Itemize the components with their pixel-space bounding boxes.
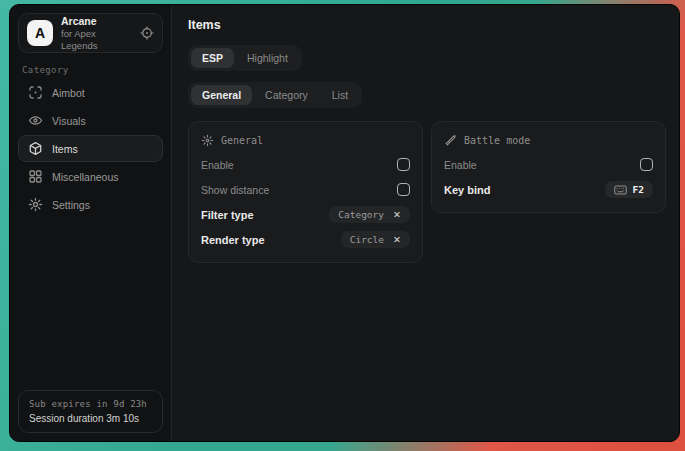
panel-title: General bbox=[221, 135, 263, 146]
setting-row-enable: Enable bbox=[201, 153, 410, 176]
keyboard-icon bbox=[614, 185, 627, 195]
select-value: Circle bbox=[350, 234, 384, 245]
render-type-select[interactable]: Circle ✕ bbox=[341, 231, 410, 248]
panels-row: General Enable Show distance Filter type… bbox=[188, 121, 666, 263]
tab-list[interactable]: List bbox=[321, 85, 359, 105]
main-content: Items ESP Highlight General Category Lis… bbox=[172, 5, 680, 441]
setting-row-key-bind: Key bind F2 bbox=[444, 178, 653, 201]
setting-label: Enable bbox=[444, 159, 477, 171]
target-icon[interactable] bbox=[140, 26, 154, 40]
setting-row-enable: Enable bbox=[444, 153, 653, 176]
setting-label: Filter type bbox=[201, 209, 254, 221]
app-meta: Arcane for Apex Legends bbox=[61, 15, 132, 52]
eye-icon bbox=[28, 113, 43, 128]
tab-category[interactable]: Category bbox=[254, 85, 319, 105]
tab-general[interactable]: General bbox=[191, 85, 252, 105]
sidebar-item-label: Miscellaneous bbox=[52, 171, 119, 183]
setting-row-show-distance: Show distance bbox=[201, 178, 410, 201]
battle-mode-panel: Battle mode Enable Key bind bbox=[431, 121, 666, 213]
key-bind-value: F2 bbox=[633, 184, 644, 195]
setting-label: Show distance bbox=[201, 184, 269, 196]
setting-label: Render type bbox=[201, 234, 265, 246]
sidebar-item-label: Visuals bbox=[52, 115, 86, 127]
sword-icon bbox=[444, 134, 457, 147]
gear-icon bbox=[28, 197, 43, 212]
setting-row-filter-type: Filter type Category ✕ bbox=[201, 203, 410, 226]
show-distance-checkbox[interactable] bbox=[397, 183, 410, 196]
sidebar-item-items[interactable]: Items bbox=[18, 135, 163, 162]
tab-esp[interactable]: ESP bbox=[191, 48, 234, 68]
sidebar-item-settings[interactable]: Settings bbox=[18, 191, 163, 218]
sidebar: A Arcane for Apex Legends Category bbox=[10, 5, 172, 441]
page-title: Items bbox=[188, 18, 666, 32]
app-title: Arcane bbox=[61, 15, 132, 28]
clear-icon[interactable]: ✕ bbox=[393, 234, 401, 245]
sidebar-item-aimbot[interactable]: Aimbot bbox=[18, 79, 163, 106]
cube-icon bbox=[28, 141, 43, 156]
sidebar-item-label: Aimbot bbox=[52, 87, 85, 99]
setting-label: Enable bbox=[201, 159, 234, 171]
app-subtitle: for Apex Legends bbox=[61, 28, 132, 52]
sidebar-section-label: Category bbox=[22, 65, 159, 75]
mode-tabs: ESP Highlight bbox=[188, 45, 302, 71]
session-duration-text: Session duration 3m 10s bbox=[29, 413, 152, 424]
sidebar-spacer bbox=[18, 218, 163, 390]
app-logo: A bbox=[27, 20, 53, 46]
tab-highlight[interactable]: Highlight bbox=[236, 48, 299, 68]
grid-icon bbox=[28, 169, 43, 184]
filter-type-select[interactable]: Category ✕ bbox=[329, 206, 410, 223]
sidebar-item-visuals[interactable]: Visuals bbox=[18, 107, 163, 134]
subscription-card: Sub expires in 9d 23h Session duration 3… bbox=[18, 390, 163, 433]
sidebar-item-miscellaneous[interactable]: Miscellaneous bbox=[18, 163, 163, 190]
sub-expires-text: Sub expires in 9d 23h bbox=[29, 399, 152, 409]
setting-label: Key bind bbox=[444, 184, 490, 196]
general-panel-header: General bbox=[201, 134, 410, 147]
setting-row-render-type: Render type Circle ✕ bbox=[201, 228, 410, 251]
crosshair-icon bbox=[28, 85, 43, 100]
sidebar-nav: Aimbot Visuals Items bbox=[18, 79, 163, 218]
battle-mode-panel-header: Battle mode bbox=[444, 134, 653, 147]
panel-title: Battle mode bbox=[464, 135, 530, 146]
key-bind-button[interactable]: F2 bbox=[605, 181, 653, 198]
enable-checkbox[interactable] bbox=[397, 158, 410, 171]
general-panel: General Enable Show distance Filter type… bbox=[188, 121, 423, 263]
aperture-icon bbox=[201, 134, 214, 147]
sidebar-item-label: Settings bbox=[52, 199, 90, 211]
app-header-card: A Arcane for Apex Legends bbox=[18, 13, 163, 53]
select-value: Category bbox=[338, 209, 384, 220]
battle-enable-checkbox[interactable] bbox=[640, 158, 653, 171]
app-window: A Arcane for Apex Legends Category bbox=[9, 4, 680, 442]
clear-icon[interactable]: ✕ bbox=[393, 209, 401, 220]
view-tabs: General Category List bbox=[188, 82, 362, 108]
sidebar-item-label: Items bbox=[52, 143, 78, 155]
